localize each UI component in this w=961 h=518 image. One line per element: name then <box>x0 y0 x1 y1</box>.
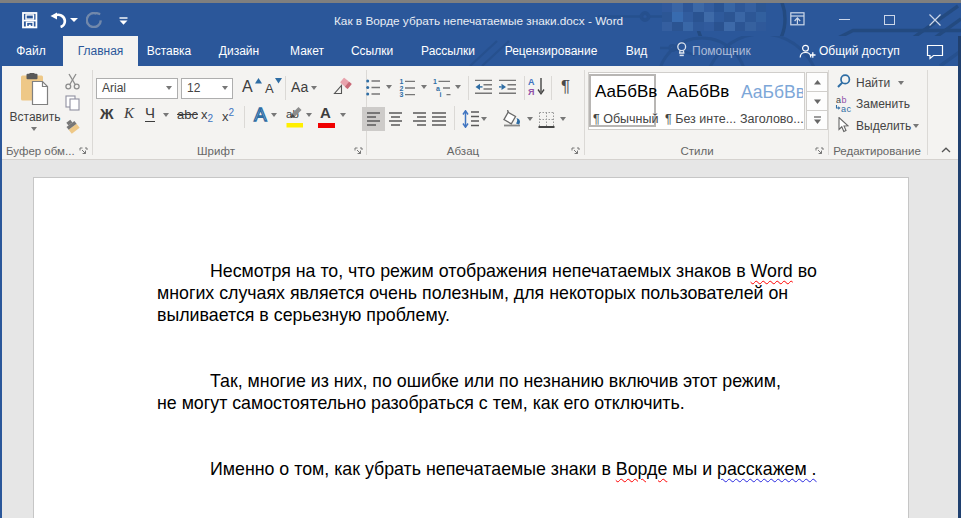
svg-text:i: i <box>440 91 442 97</box>
svg-text:А: А <box>528 77 535 87</box>
svg-text:a: a <box>841 104 846 113</box>
svg-text:c: c <box>847 104 852 113</box>
svg-text:3: 3 <box>400 91 404 97</box>
svg-text:Я: Я <box>528 87 534 96</box>
